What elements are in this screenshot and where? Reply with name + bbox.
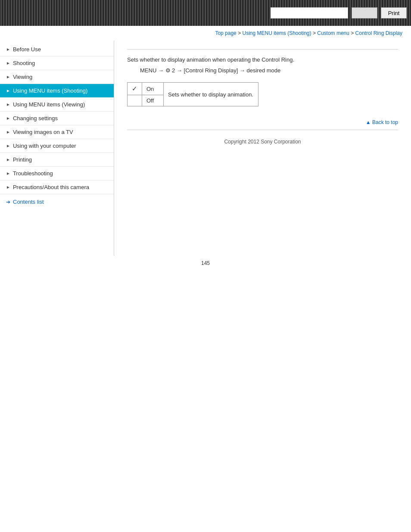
table-row: ✓ On Sets whether to display animation. (128, 83, 258, 95)
breadcrumb-control-ring-display[interactable]: Control Ring Display (355, 30, 402, 36)
sidebar-item-shooting[interactable]: ► Shooting (0, 56, 114, 70)
contents-list-link[interactable]: Contents list (13, 199, 44, 205)
page-header: Print (0, 0, 411, 26)
sidebar-item-precautions[interactable]: ► Precautions/About this camera (0, 180, 114, 194)
back-to-top: ▲ Back to top (127, 119, 398, 125)
breadcrumb-custom-menu[interactable]: Custom menu (317, 30, 349, 36)
check-cell-on: ✓ (128, 83, 142, 95)
arrow-icon: ► (6, 88, 10, 93)
arrow-icon: ► (6, 102, 10, 107)
check-cell-off (128, 95, 142, 106)
arrow-icon: ► (6, 157, 10, 162)
breadcrumb-top-page[interactable]: Top page (215, 30, 236, 36)
sidebar-item-viewing-tv[interactable]: ► Viewing images on a TV (0, 125, 114, 139)
sidebar-item-label: Using with your computer (13, 143, 76, 149)
search-button[interactable] (352, 7, 377, 19)
sidebar-item-printing[interactable]: ► Printing (0, 153, 114, 167)
sidebar-item-label: Before Use (13, 46, 41, 53)
arrow-icon: ► (6, 61, 10, 65)
sidebar: ► Before Use ► Shooting ► Viewing ► Usin… (0, 40, 114, 256)
main-content: Sets whether to display animation when o… (114, 40, 411, 256)
sidebar-item-label: Viewing (13, 74, 32, 80)
sidebar-item-viewing[interactable]: ► Viewing (0, 70, 114, 84)
sidebar-item-using-menu-shooting[interactable]: ► Using MENU items (Shooting) (0, 84, 114, 98)
sidebar-item-label: Precautions/About this camera (13, 184, 89, 190)
back-to-top-link[interactable]: ▲ Back to top (366, 119, 398, 125)
copyright-text: Copyright 2012 Sony Corporation (127, 134, 398, 153)
breadcrumb: Top page > Using MENU items (Shooting) >… (0, 26, 411, 40)
page-description: Sets whether to display animation when o… (127, 56, 398, 63)
print-button[interactable]: Print (381, 7, 407, 19)
arrow-right-icon: ➔ (6, 199, 10, 205)
arrow-icon: ► (6, 143, 10, 148)
sidebar-item-changing-settings[interactable]: ► Changing settings (0, 112, 114, 125)
sidebar-footer: ➔ Contents list (0, 194, 114, 209)
breadcrumb-using-menu[interactable]: Using MENU items (Shooting) (242, 30, 311, 36)
sidebar-item-label: Shooting (13, 60, 35, 66)
sidebar-item-label: Changing settings (13, 115, 58, 121)
checkmark-icon: ✓ (132, 85, 137, 92)
sidebar-item-before-use[interactable]: ► Before Use (0, 43, 114, 56)
arrow-icon: ► (6, 130, 10, 134)
sidebar-item-label: Viewing images on a TV (13, 129, 73, 135)
sidebar-item-label: Using MENU items (Viewing) (13, 101, 85, 108)
sidebar-item-using-menu-viewing[interactable]: ► Using MENU items (Viewing) (0, 98, 114, 112)
option-description: Sets whether to display animation. (164, 83, 258, 106)
arrow-icon: ► (6, 171, 10, 176)
arrow-icon: ► (6, 116, 10, 121)
sidebar-item-label: Using MENU items (Shooting) (13, 87, 87, 94)
arrow-icon: ► (6, 47, 10, 52)
footer-divider (127, 130, 398, 130)
sidebar-item-troubleshooting[interactable]: ► Troubleshooting (0, 167, 114, 180)
sidebar-item-using-computer[interactable]: ► Using with your computer (0, 139, 114, 153)
sidebar-item-label: Troubleshooting (13, 170, 53, 177)
arrow-icon: ► (6, 75, 10, 79)
options-table: ✓ On Sets whether to display animation. … (127, 82, 258, 106)
option-on: On (142, 83, 164, 95)
search-input[interactable] (271, 7, 348, 19)
sidebar-item-label: Printing (13, 156, 32, 163)
page-number: 145 (0, 256, 411, 271)
page-layout: ► Before Use ► Shooting ► Viewing ► Usin… (0, 40, 411, 256)
arrow-icon: ► (6, 185, 10, 190)
top-divider (127, 49, 398, 50)
option-off: Off (142, 95, 164, 106)
menu-path: MENU → ⚙ 2 → [Control Ring Display] → de… (127, 67, 398, 74)
